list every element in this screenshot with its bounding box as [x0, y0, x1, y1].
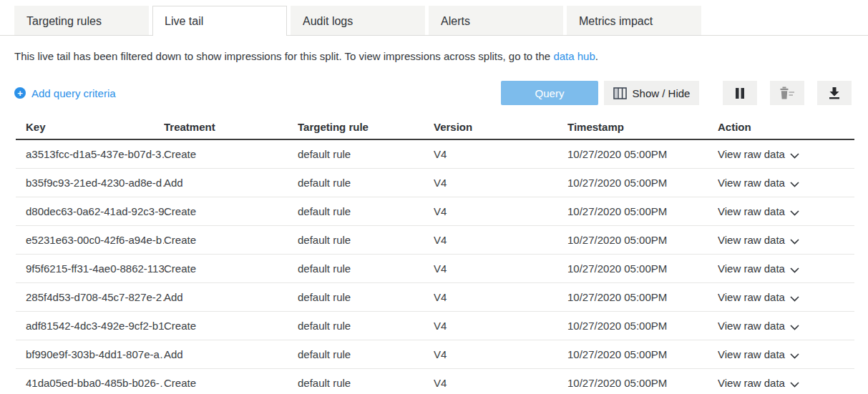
column-header-treatment: Treatment	[164, 121, 298, 133]
table-row: adf81542-4dc3-492e-9cf2-b1… Create defau…	[16, 312, 854, 340]
timestamp-cell: 10/27/2020 05:00PM	[567, 234, 718, 246]
description-text: This live tail has been filtered down to…	[14, 50, 553, 62]
pause-button[interactable]	[723, 81, 757, 105]
treatment-cell: Add	[164, 177, 298, 189]
targeting-rule-cell: default rule	[298, 320, 434, 332]
version-cell: V4	[434, 320, 567, 332]
view-raw-data-dropdown[interactable]: View raw data	[718, 376, 854, 390]
key-cell: d80dec63-0a62-41ad-92c3-9…	[16, 205, 164, 217]
treatment-cell: Create	[164, 262, 298, 275]
plus-circle-icon: +	[14, 87, 26, 99]
column-header-key: Key	[16, 121, 164, 133]
targeting-rule-cell: default rule	[298, 234, 434, 246]
tab-live-tail[interactable]: Live tail	[152, 6, 287, 36]
view-raw-data-label: View raw data	[718, 348, 785, 360]
chevron-down-icon	[790, 378, 799, 390]
chevron-down-icon	[790, 206, 799, 218]
view-raw-data-dropdown[interactable]: View raw data	[718, 147, 854, 161]
live-tail-description: This live tail has been filtered down to…	[14, 50, 854, 62]
table-body: a3513fcc-d1a5-437e-b07d-3… Create defaul…	[16, 140, 854, 394]
view-raw-data-dropdown[interactable]: View raw data	[718, 176, 854, 189]
version-cell: V4	[434, 148, 567, 160]
table-row: 285f4d53-d708-45c7-827e-2… Add default r…	[16, 283, 854, 312]
treatment-cell: Create	[164, 320, 298, 332]
key-cell: b35f9c93-21ed-4230-ad8e-d…	[16, 177, 164, 189]
view-raw-data-label: View raw data	[718, 234, 785, 246]
key-cell: bf990e9f-303b-4dd1-807e-a…	[16, 348, 164, 360]
clear-log-button[interactable]	[770, 81, 804, 105]
version-cell: V4	[434, 234, 567, 246]
targeting-rule-cell: default rule	[298, 148, 434, 160]
query-button[interactable]: Query	[501, 81, 598, 105]
view-raw-data-dropdown[interactable]: View raw data	[718, 233, 854, 247]
timestamp-cell: 10/27/2020 05:00PM	[567, 262, 718, 275]
view-raw-data-label: View raw data	[718, 377, 785, 389]
timestamp-cell: 10/27/2020 05:00PM	[567, 348, 718, 360]
view-raw-data-dropdown[interactable]: View raw data	[718, 262, 854, 275]
timestamp-cell: 10/27/2020 05:00PM	[567, 291, 718, 303]
version-cell: V4	[434, 205, 567, 217]
key-cell: a3513fcc-d1a5-437e-b07d-3…	[16, 148, 164, 160]
targeting-rule-cell: default rule	[298, 262, 434, 275]
timestamp-cell: 10/27/2020 05:00PM	[567, 320, 718, 332]
chevron-down-icon	[790, 292, 799, 304]
column-header-version: Version	[434, 121, 567, 133]
chevron-down-icon	[790, 263, 799, 275]
view-raw-data-label: View raw data	[718, 205, 785, 217]
view-raw-data-dropdown[interactable]: View raw data	[718, 319, 854, 333]
version-cell: V4	[434, 291, 567, 303]
clear-trash-icon	[779, 87, 795, 99]
tab-audit-logs[interactable]: Audit logs	[291, 6, 425, 35]
download-button[interactable]	[817, 81, 852, 105]
version-cell: V4	[434, 377, 567, 389]
chevron-down-icon	[790, 235, 799, 247]
add-query-criteria-label: Add query criteria	[31, 87, 116, 99]
timestamp-cell: 10/27/2020 05:00PM	[567, 148, 718, 160]
chevron-down-icon	[790, 349, 799, 361]
targeting-rule-cell: default rule	[298, 377, 434, 389]
view-raw-data-label: View raw data	[718, 262, 785, 275]
treatment-cell: Create	[164, 377, 298, 389]
targeting-rule-cell: default rule	[298, 291, 434, 303]
treatment-cell: Create	[164, 148, 298, 160]
table-row: 41da05ed-bba0-485b-b026-… Create default…	[16, 369, 854, 394]
table-header-row: Key Treatment Targeting rule Version Tim…	[16, 115, 854, 140]
view-raw-data-label: View raw data	[718, 148, 785, 160]
chevron-down-icon	[790, 177, 799, 189]
pause-icon	[734, 87, 746, 99]
key-cell: 9f5f6215-ff31-4ae0-8862-113…	[16, 262, 164, 275]
tab-alerts[interactable]: Alerts	[429, 6, 563, 35]
view-raw-data-label: View raw data	[718, 177, 785, 189]
table-row: e5231e63-00c0-42f6-a94e-b… Create defaul…	[16, 226, 854, 255]
view-raw-data-dropdown[interactable]: View raw data	[718, 348, 854, 361]
show-hide-columns-button[interactable]: Show / Hide	[604, 81, 699, 105]
column-header-targeting-rule: Targeting rule	[298, 121, 434, 133]
table-row: a3513fcc-d1a5-437e-b07d-3… Create defaul…	[16, 140, 854, 169]
live-tail-table: Key Treatment Targeting rule Version Tim…	[16, 115, 854, 394]
key-cell: 41da05ed-bba0-485b-b026-…	[16, 377, 164, 389]
targeting-rule-cell: default rule	[298, 348, 434, 360]
version-cell: V4	[434, 348, 567, 360]
column-header-timestamp: Timestamp	[567, 121, 718, 133]
add-query-criteria-link[interactable]: + Add query criteria	[14, 87, 116, 99]
view-raw-data-dropdown[interactable]: View raw data	[718, 205, 854, 218]
table-row: bf990e9f-303b-4dd1-807e-a… Add default r…	[16, 340, 854, 369]
table-row: b35f9c93-21ed-4230-ad8e-d… Add default r…	[16, 169, 854, 197]
targeting-rule-cell: default rule	[298, 177, 434, 189]
table-row: d80dec63-0a62-41ad-92c3-9… Create defaul…	[16, 197, 854, 226]
show-hide-label: Show / Hide	[633, 87, 691, 99]
toolbar: + Add query criteria Query Show / Hide	[14, 81, 852, 105]
view-raw-data-label: View raw data	[718, 291, 785, 303]
treatment-cell: Add	[164, 291, 298, 303]
treatment-cell: Create	[164, 234, 298, 246]
view-raw-data-dropdown[interactable]: View raw data	[718, 290, 854, 304]
chevron-down-icon	[790, 149, 799, 161]
timestamp-cell: 10/27/2020 05:00PM	[567, 377, 718, 389]
data-hub-link[interactable]: data hub	[553, 50, 595, 62]
description-period: .	[595, 50, 598, 62]
chevron-down-icon	[790, 320, 799, 333]
tab-targeting-rules[interactable]: Targeting rules	[14, 6, 149, 35]
targeting-rule-cell: default rule	[298, 205, 434, 217]
key-cell: 285f4d53-d708-45c7-827e-2…	[16, 291, 164, 303]
tab-metrics-impact[interactable]: Metrics impact	[567, 6, 701, 35]
